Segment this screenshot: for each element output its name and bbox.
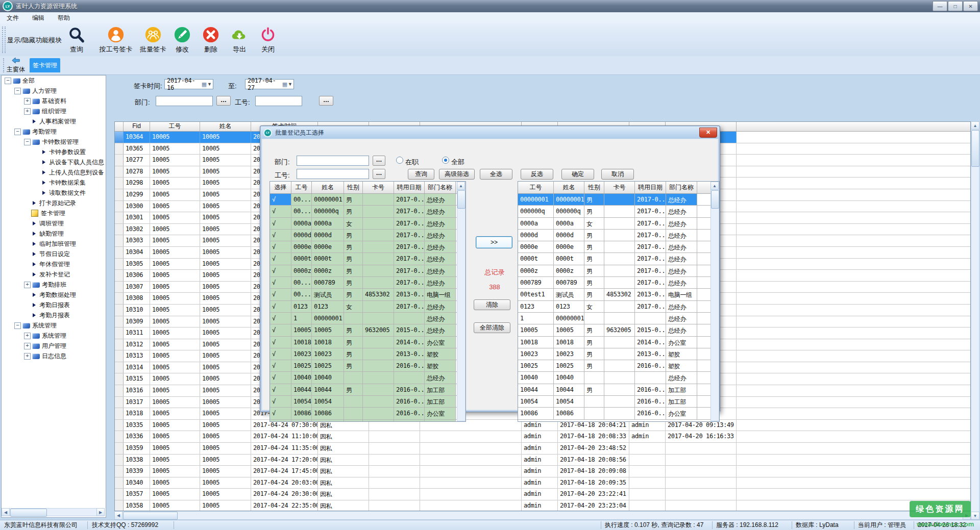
scroll-thumb[interactable] (971, 130, 979, 167)
grid-row-19[interactable]: √ (270, 420, 465, 422)
tree-item-22[interactable]: 考勤日报表 (2, 300, 106, 310)
grid-row-14[interactable]: √1002510025男2016-0...塑胶 (270, 360, 465, 372)
dialog-empid-input[interactable] (297, 169, 369, 179)
column-header-选择[interactable]: 选择 (270, 182, 291, 193)
check-cell[interactable]: √ (270, 372, 291, 383)
tree-item-17[interactable]: 节假日设定 (2, 249, 106, 259)
check-cell[interactable]: √ (270, 289, 291, 300)
menu-item-0[interactable]: 文件 (0, 12, 26, 23)
check-cell[interactable]: √ (270, 384, 291, 395)
column-header-部门名称[interactable]: 部门名称 (425, 182, 456, 193)
column-header-聘用日期[interactable]: 聘用日期 (394, 182, 425, 193)
column-header-性别[interactable]: 性别 (344, 182, 363, 193)
grid-row-5[interactable]: √0000t0000t男2017-0...总经办 (270, 253, 465, 265)
check-cell[interactable]: √ (270, 324, 291, 336)
grid-row-18[interactable]: √10086100862016-0...办公室 (270, 408, 465, 419)
grid-row-14[interactable]: 1002510025男2016-0...塑胶 (518, 360, 719, 372)
dept-input[interactable] (156, 96, 213, 106)
grid-row-10[interactable]: √100000001总经办 (270, 313, 465, 324)
empid-browse-button[interactable]: … (319, 96, 333, 106)
scroll-thumb[interactable] (711, 190, 719, 209)
grid-row-13[interactable]: 1002310023男2013-0...塑胶 (518, 348, 719, 360)
toolbar-button-batch-sign[interactable]: 批量签卡 (134, 25, 173, 55)
expand-icon[interactable]: + (24, 98, 31, 105)
check-cell[interactable]: √ (270, 241, 291, 253)
tree-item-1[interactable]: −人力管理 (2, 86, 106, 96)
scroll-up-icon[interactable]: ▲ (710, 182, 719, 190)
column-header-卡号[interactable]: 卡号 (604, 182, 635, 193)
collapse-icon[interactable]: − (14, 322, 21, 329)
toolbar-button-export[interactable]: 导出 (226, 25, 253, 55)
collapse-icon[interactable]: − (24, 139, 31, 145)
grid-row-0[interactable]: 0000000100000001男2017-0...总经办 (518, 194, 719, 206)
chevron-down-icon[interactable]: ▼ (288, 82, 292, 87)
tree-item-3[interactable]: +组织管理 (2, 106, 106, 116)
table-row-fid-10359[interactable]: 1035910005100052017-04-24 11:35:00因私admi… (115, 443, 970, 455)
grid-row-0[interactable]: √00...00000001男2017-0...总经办 (270, 194, 465, 206)
column-header-工号[interactable]: 工号 (518, 182, 554, 193)
grid-vertical-scrollbar[interactable]: ▲ (457, 182, 465, 421)
table-row-fid-10340[interactable]: 1034010005100052017-04-24 20:03:00因私admi… (115, 477, 970, 489)
grid-row-5[interactable]: 0000t0000t男2017-0...总经办 (518, 253, 719, 265)
expand-icon[interactable]: + (24, 108, 31, 115)
collapse-icon[interactable]: − (5, 78, 11, 84)
clear-all-button[interactable]: 全部清除 (474, 322, 510, 333)
check-cell[interactable]: √ (270, 408, 291, 419)
check-cell[interactable]: √ (270, 337, 291, 348)
tree-item-10[interactable]: 卡钟数据采集 (2, 178, 106, 188)
dialog-button-3[interactable]: 反选 (521, 169, 553, 180)
tree-item-0[interactable]: −全部 (2, 75, 106, 86)
grid-row-4[interactable]: 0000e0000e男2017-0...总经办 (518, 241, 719, 253)
collapse-icon[interactable]: − (14, 88, 21, 94)
grid-row-12[interactable]: 1001810018男2014-0...办公室 (518, 337, 719, 348)
grid-row-16[interactable]: √1004410044男2016-0...加工部 (270, 384, 465, 396)
grid-row-3[interactable]: √0000d0000d男2017-0...总经办 (270, 230, 465, 241)
tree-item-12[interactable]: 打卡原始记录 (2, 198, 106, 208)
grid-row-9[interactable]: 01230123女2017-0...总经办 (518, 301, 719, 313)
grid-row-2[interactable]: 0000a0000a女2017-0...总经办 (518, 218, 719, 230)
scroll-thumb[interactable] (457, 190, 465, 209)
tree-item-21[interactable]: 考勤数据处理 (2, 290, 106, 300)
check-cell[interactable]: √ (270, 265, 291, 276)
radio-active-employees[interactable] (396, 157, 403, 164)
grid-row-16[interactable]: 1004410044男2016-0...加工部 (518, 384, 719, 396)
column-header-聘用日期[interactable]: 聘用日期 (635, 182, 666, 193)
tree-item-9[interactable]: 上传人员信息到设备 (2, 167, 106, 178)
table-row-fid-10338[interactable]: 1033810005100052017-04-24 17:20:00因私admi… (115, 455, 970, 466)
dept-browse-button[interactable]: … (216, 96, 231, 106)
tab-sign-card-management[interactable]: 签卡管理 (30, 58, 60, 72)
maximize-button[interactable]: □ (948, 1, 963, 11)
tree-item-2[interactable]: +基础资料 (2, 96, 106, 106)
grid-row-12[interactable]: √1001810018男2014-0...办公室 (270, 337, 465, 348)
grid-row-2[interactable]: √0000a0000a女2017-0...总经办 (270, 218, 465, 230)
table-vertical-scrollbar[interactable]: ▲ ▼ (971, 121, 979, 520)
grid-row-11[interactable]: √1000510005男96320052015-0...总经办 (270, 324, 465, 336)
close-window-button[interactable]: ✕ (963, 1, 978, 11)
table-row-fid-10358[interactable]: 1035810005100052017-04-24 22:35:00因私admi… (115, 500, 970, 511)
check-cell[interactable]: √ (270, 218, 291, 229)
check-cell[interactable]: √ (270, 277, 291, 288)
tree-item-13[interactable]: 签卡管理 (2, 208, 106, 218)
dialog-button-0[interactable]: 查询 (408, 169, 434, 180)
table-row-fid-10336[interactable]: 1033610005100052017-04-24 11:10:00因私admi… (115, 431, 970, 443)
scroll-up-icon[interactable]: ▲ (457, 182, 465, 190)
toolbar-button-delete[interactable]: 删除 (197, 25, 225, 55)
expand-icon[interactable]: + (24, 343, 31, 349)
grid-row-9[interactable]: √01230123女2017-0...总经办 (270, 301, 465, 313)
dialog-title-bar[interactable]: LY 批量登记员工选择 (261, 127, 719, 139)
grid-row-10[interactable]: 100000001总经办 (518, 313, 719, 324)
tree-item-24[interactable]: −系统管理 (2, 320, 106, 331)
check-cell[interactable]: √ (270, 420, 291, 422)
clear-button[interactable]: 清除 (474, 299, 510, 310)
scroll-thumb[interactable] (10, 509, 47, 517)
tree-item-4[interactable]: 人事档案管理 (2, 116, 106, 127)
collapse-icon[interactable]: − (14, 129, 21, 135)
scroll-left-icon[interactable]: ◀ (2, 508, 10, 516)
check-cell[interactable]: √ (270, 396, 291, 407)
dialog-button-4[interactable]: 确定 (561, 169, 594, 180)
tab-home[interactable]: 主窗体 (4, 57, 28, 74)
minimize-button[interactable]: — (933, 1, 947, 11)
tree-item-26[interactable]: +用户管理 (2, 341, 106, 351)
check-cell[interactable]: √ (270, 253, 291, 264)
tree-item-7[interactable]: 卡钟参数设置 (2, 147, 106, 157)
